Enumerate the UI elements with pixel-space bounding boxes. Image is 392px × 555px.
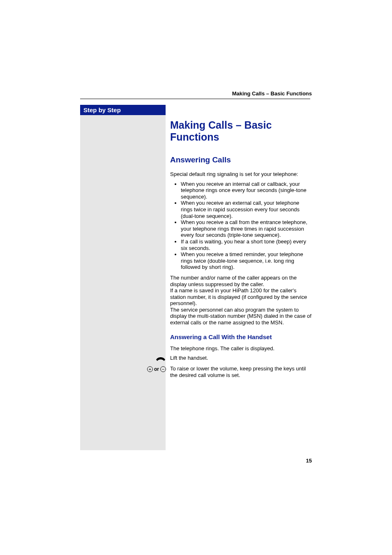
minus-key-icon: −: [160, 366, 166, 372]
page: Making Calls – Basic Functions Step by S…: [0, 0, 392, 555]
heading-3: Answering a Call With the Handset: [170, 333, 311, 340]
bullet-item: When you receive an external call, your …: [181, 200, 311, 219]
step-volume: + or − To raise or lower the volume, kee…: [170, 365, 311, 378]
step-lift-handset: Lift the handset.: [170, 355, 311, 361]
header-rule: [80, 99, 310, 99]
step-text: Lift the handset.: [170, 355, 311, 361]
heading-2: Answering Calls: [170, 155, 311, 164]
sidebar-title: Step by Step: [80, 105, 166, 115]
post-bullets-paragraph: The number and/or name of the caller app…: [170, 275, 311, 326]
handset-icon: [142, 355, 170, 361]
ring-line: The telephone rings. The caller is displ…: [170, 345, 311, 352]
page-number: 15: [306, 458, 312, 464]
or-label: or: [154, 366, 159, 372]
heading-1: Making Calls – Basic Functions: [170, 119, 311, 143]
bullet-item: If a call is waiting, you hear a short t…: [181, 238, 311, 251]
sidebar: Step by Step: [80, 105, 166, 450]
bullet-item: When you receive a timed reminder, your …: [181, 251, 311, 271]
intro-paragraph: Special default ring signaling is set fo…: [170, 171, 311, 178]
running-header: Making Calls – Basic Functions: [232, 90, 312, 97]
content-column: Making Calls – Basic Functions Answering…: [170, 119, 311, 382]
bullet-item: When you receive a call from the entranc…: [181, 219, 311, 238]
plus-key-icon: +: [147, 366, 153, 372]
step-text: To raise or lower the volume, keep press…: [170, 365, 311, 378]
bullet-item: When you receive an internal call or cal…: [181, 181, 311, 200]
bullet-list: When you receive an internal call or cal…: [170, 181, 311, 271]
plus-minus-keys-icon: + or −: [142, 365, 170, 372]
